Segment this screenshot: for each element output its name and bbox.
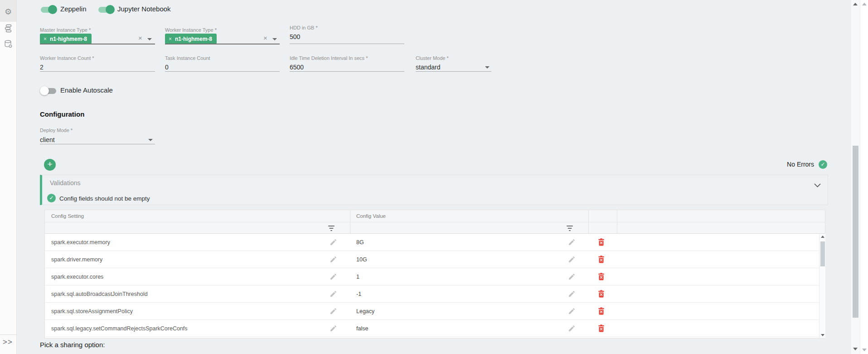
table-row: spark.sql.storeAssignmentPolicy Legacy: [45, 303, 819, 320]
worker-instance-type-chip[interactable]: × n1-highmem-8: [165, 34, 217, 44]
worker-instance-count-label: Worker Instance Count *: [40, 55, 94, 61]
delete-icon[interactable]: [597, 234, 606, 251]
table-row: spark.driver.memory 10G: [45, 251, 819, 268]
scroll-up-icon[interactable]: [821, 236, 824, 238]
scroll-down-icon[interactable]: [821, 334, 824, 336]
clear-icon[interactable]: ×: [263, 35, 267, 41]
config-setting-cell: spark.executor.memory: [51, 234, 110, 251]
column-divider: [350, 210, 350, 234]
window-scrollbar[interactable]: [860, 0, 868, 354]
validations-panel: Validations ✓ Config fields should not b…: [40, 175, 828, 205]
no-errors-check-icon: ✓: [819, 160, 827, 169]
edit-icon[interactable]: [568, 234, 576, 251]
filter-icon[interactable]: [328, 226, 335, 231]
column-divider: [617, 210, 617, 234]
worker-instance-count-input[interactable]: 2: [40, 64, 44, 71]
field-underline: [290, 44, 404, 44]
config-value-cell: -1: [356, 285, 361, 302]
config-value-cell: 1: [356, 268, 359, 285]
sharing-option-prompt: Pick a sharing option:: [40, 341, 105, 349]
edit-icon[interactable]: [330, 251, 337, 268]
config-value-header: Config Value: [356, 213, 386, 219]
chevron-down-icon[interactable]: [148, 139, 153, 141]
table-scrollbar[interactable]: [819, 234, 825, 338]
edit-icon[interactable]: [568, 303, 576, 320]
deploy-mode-label: Deploy Mode *: [40, 128, 73, 133]
scroll-up-icon[interactable]: [853, 3, 858, 5]
field-underline: [165, 71, 280, 72]
enable-autoscale-label: Enable Autoscale: [60, 86, 113, 94]
delete-icon[interactable]: [597, 285, 606, 302]
master-instance-type-chip[interactable]: × n1-highmem-8: [40, 34, 92, 44]
scroll-down-icon[interactable]: [853, 348, 858, 350]
task-instance-count-label: Task Instance Count: [165, 55, 210, 61]
stack-icon[interactable]: [0, 24, 16, 35]
cluster-mode-select[interactable]: standard: [416, 64, 440, 71]
field-underline: [290, 71, 404, 72]
table-header-row: Config Setting Config Value: [45, 210, 825, 222]
edit-icon[interactable]: [568, 268, 576, 285]
hdd-in-gb-label: HDD in GB *: [290, 25, 318, 30]
scrollbar-thumb[interactable]: [853, 146, 858, 318]
config-setting-cell: spark.sql.autoBroadcastJoinThreshold: [51, 285, 148, 302]
collapse-chevron-icon[interactable]: [814, 181, 821, 189]
master-instance-type-label: Master Instance Type *: [40, 27, 91, 33]
idle-time-deletion-interval-input[interactable]: 6500: [290, 64, 304, 71]
toggle-knob: [106, 5, 115, 14]
config-value-cell: Legacy: [356, 303, 374, 320]
config-setting-cell: spark.sql.legacy.setCommandRejectsSparkC…: [51, 320, 188, 337]
field-underline: [165, 44, 280, 44]
page-scrollbar[interactable]: [851, 0, 860, 354]
edit-icon[interactable]: [330, 285, 337, 302]
config-value-cell: 8G: [356, 234, 364, 251]
jupyter-notebook-toggle-label: Jupyter Notebook: [117, 5, 171, 13]
cluster-config-screen: ⚙ >> Zeppelin Jupyter Notebook: [0, 0, 868, 354]
jupyter-notebook-toggle[interactable]: [97, 5, 115, 14]
field-underline: [40, 44, 155, 44]
zeppelin-toggle[interactable]: [40, 5, 57, 14]
validation-item-text: Config fields should not be empty: [59, 195, 150, 202]
scroll-up-icon[interactable]: [862, 3, 867, 5]
cluster-mode-label: Cluster Mode *: [416, 55, 449, 61]
edit-icon[interactable]: [568, 285, 576, 302]
edit-icon[interactable]: [330, 303, 337, 320]
no-errors-label: No Errors: [771, 161, 814, 168]
chip-remove-icon[interactable]: ×: [169, 36, 172, 42]
chip-remove-icon[interactable]: ×: [44, 36, 47, 42]
zeppelin-toggle-label: Zeppelin: [60, 5, 87, 13]
hdd-in-gb-input[interactable]: 500: [290, 33, 300, 40]
delete-icon[interactable]: [597, 303, 606, 320]
table-row: spark.executor.memory 8G: [45, 234, 819, 251]
chevron-down-icon[interactable]: [485, 66, 490, 69]
task-instance-count-input[interactable]: 0: [165, 64, 169, 71]
edit-icon[interactable]: [568, 251, 576, 268]
table-row: spark.sql.legacy.setCommandRejectsSparkC…: [45, 320, 819, 337]
scrollbar-thumb[interactable]: [820, 241, 825, 266]
config-value-cell: false: [356, 320, 368, 337]
deploy-mode-select[interactable]: client: [40, 136, 55, 143]
edit-icon[interactable]: [330, 234, 337, 251]
delete-icon[interactable]: [597, 268, 606, 285]
edit-icon[interactable]: [568, 320, 576, 337]
chevron-down-icon[interactable]: [147, 38, 152, 40]
chevron-down-icon[interactable]: [272, 38, 277, 40]
table-row: spark.executor.cores 1: [45, 268, 819, 285]
add-config-button[interactable]: +: [44, 159, 56, 171]
expand-sidebar-icon[interactable]: >>: [3, 338, 13, 347]
scroll-down-icon[interactable]: [862, 349, 867, 351]
edit-icon[interactable]: [330, 320, 337, 337]
settings-icon[interactable]: ⚙: [0, 7, 16, 16]
delete-icon[interactable]: [597, 320, 606, 337]
field-underline: [40, 144, 155, 144]
filter-icon[interactable]: [566, 226, 573, 231]
chip-label: n1-highmem-8: [175, 36, 212, 42]
database-icon[interactable]: [0, 39, 16, 51]
edit-icon[interactable]: [330, 268, 337, 285]
chip-label: n1-highmem-8: [50, 36, 87, 42]
config-value-cell: 10G: [356, 251, 367, 268]
clear-icon[interactable]: ×: [138, 35, 142, 41]
delete-icon[interactable]: [597, 251, 606, 268]
config-table: Config Setting Config Value spark.execut…: [44, 210, 825, 339]
enable-autoscale-toggle[interactable]: [40, 87, 57, 95]
config-setting-cell: spark.executor.cores: [51, 268, 103, 285]
